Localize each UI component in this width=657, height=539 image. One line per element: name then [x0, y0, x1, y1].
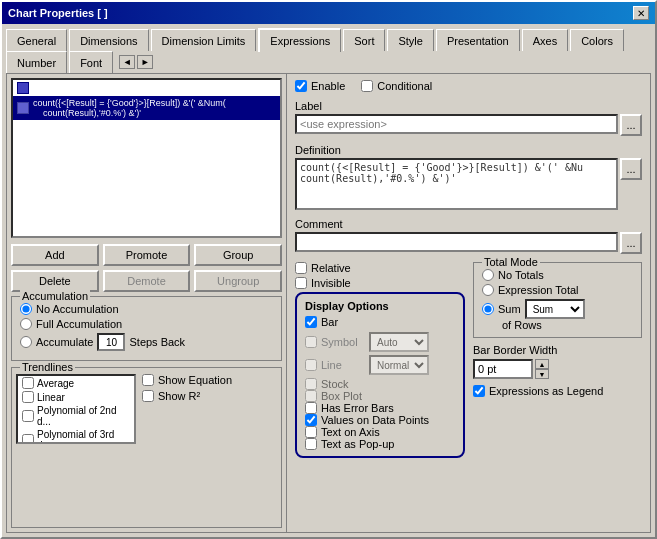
no-accumulation-radio[interactable]	[20, 303, 32, 315]
text-on-axis-check[interactable]	[305, 426, 317, 438]
values-on-data-points-row: Values on Data Points	[305, 414, 455, 426]
expressions-list[interactable]: count({<[Result] = {'Good'}>}[Result]) &…	[11, 78, 282, 238]
definition-expr-button[interactable]: ...	[620, 158, 642, 180]
enable-check[interactable]	[295, 80, 307, 92]
trendline-linear[interactable]: Linear	[18, 390, 134, 404]
show-r2-check[interactable]	[142, 390, 154, 402]
demote-button[interactable]: Demote	[103, 270, 191, 292]
bar-label: Bar	[321, 316, 338, 328]
bar-check[interactable]	[305, 316, 317, 328]
accumulate-row: Accumulate Steps Back	[20, 333, 273, 351]
sum-radio[interactable]	[482, 303, 494, 315]
no-accumulation-label: No Accumulation	[36, 303, 119, 315]
close-button[interactable]: ✕	[633, 6, 649, 20]
symbol-label: Symbol	[321, 336, 365, 348]
group-button[interactable]: Group	[194, 244, 282, 266]
sum-select[interactable]: Sum	[525, 299, 585, 319]
tab-colors[interactable]: Colors	[570, 29, 624, 51]
invisible-check[interactable]	[295, 277, 307, 289]
trendline-average-check[interactable]	[22, 377, 34, 389]
line-check[interactable]	[305, 359, 317, 371]
no-totals-label: No Totals	[498, 269, 544, 281]
trendline-poly3-check[interactable]	[22, 434, 34, 444]
steps-label: Steps Back	[129, 336, 185, 348]
enable-row: Enable	[295, 80, 345, 92]
line-label: Line	[321, 359, 365, 371]
expression-total-radio[interactable]	[482, 284, 494, 296]
tab-content: count({<[Result] = {'Good'}>}[Result]) &…	[6, 73, 651, 533]
show-equation-check[interactable]	[142, 374, 154, 386]
accumulate-radio[interactable]	[20, 336, 32, 348]
tab-prev-button[interactable]: ◄	[119, 55, 135, 69]
tab-number[interactable]: Number	[6, 51, 67, 73]
label-expr-button[interactable]: ...	[620, 114, 642, 136]
line-select[interactable]: Normal	[369, 355, 429, 375]
bar-border-section: Bar Border Width ▲ ▼	[473, 344, 642, 379]
line-row: Line Normal	[305, 355, 455, 375]
full-accumulation-row: Full Accumulation	[20, 318, 273, 330]
trendline-poly2-check[interactable]	[22, 410, 34, 422]
enable-label: Enable	[311, 80, 345, 92]
steps-input[interactable]	[97, 333, 125, 351]
conditional-check[interactable]	[361, 80, 373, 92]
tab-dimensions[interactable]: Dimensions	[69, 29, 148, 51]
list-item[interactable]	[13, 80, 280, 96]
tab-presentation[interactable]: Presentation	[436, 29, 520, 51]
comment-input[interactable]	[295, 232, 618, 252]
symbol-check[interactable]	[305, 336, 317, 348]
trendlines-section: Trendlines Average Linear Po	[11, 367, 282, 528]
tab-general[interactable]: General	[6, 29, 67, 51]
of-rows-text: of Rows	[502, 319, 633, 331]
tab-axes[interactable]: Axes	[522, 29, 568, 51]
show-equation-label: Show Equation	[158, 374, 232, 386]
spinner-down[interactable]: ▼	[535, 369, 549, 379]
trendline-linear-check[interactable]	[22, 391, 34, 403]
tab-expressions[interactable]: Expressions	[258, 28, 341, 52]
values-on-data-points-check[interactable]	[305, 414, 317, 426]
full-accumulation-label: Full Accumulation	[36, 318, 122, 330]
delete-button[interactable]: Delete	[11, 270, 99, 292]
promote-button[interactable]: Promote	[103, 244, 191, 266]
trendline-poly3[interactable]: Polynomial of 3rd d...	[18, 428, 134, 444]
tab-font[interactable]: Font	[69, 51, 113, 73]
full-accumulation-radio[interactable]	[20, 318, 32, 330]
add-button[interactable]: Add	[11, 244, 99, 266]
tab-style[interactable]: Style	[387, 29, 433, 51]
expressions-as-legend-check[interactable]	[473, 385, 485, 397]
title-bar: Chart Properties [ ] ✕	[2, 2, 655, 24]
symbol-select[interactable]: Auto	[369, 332, 429, 352]
show-r2-row: Show R²	[142, 390, 232, 402]
text-as-popup-check[interactable]	[305, 438, 317, 450]
label-input[interactable]	[295, 114, 618, 134]
tab-next-button[interactable]: ►	[137, 55, 153, 69]
trendlines-list[interactable]: Average Linear Polynomial of 2nd d...	[16, 374, 136, 444]
tab-sort[interactable]: Sort	[343, 29, 385, 51]
tab-dimension-limits[interactable]: Dimension Limits	[151, 29, 257, 51]
error-bars-check[interactable]	[305, 402, 317, 414]
text-on-axis-label: Text on Axis	[321, 426, 380, 438]
spinner-up[interactable]: ▲	[535, 359, 549, 369]
ungroup-button[interactable]: Ungroup	[194, 270, 282, 292]
tab-bar: General Dimensions Dimension Limits Expr…	[2, 24, 655, 73]
definition-input[interactable]: count({<[Result] = {'Good'}>}[Result]) &…	[295, 158, 618, 210]
right-panel: Enable Conditional Label ... Definition	[287, 74, 650, 532]
trendlines-buttons: Show Equation Show R²	[142, 374, 232, 444]
label-input-group: ...	[295, 114, 642, 136]
relative-check[interactable]	[295, 262, 307, 274]
trendline-average[interactable]: Average	[18, 376, 134, 390]
box-plot-check[interactable]	[305, 390, 317, 402]
bar-border-input[interactable]	[473, 359, 533, 379]
accumulation-label: Accumulation	[20, 290, 90, 302]
left-options: Relative Invisible Display Options Bar	[295, 262, 465, 526]
list-item-selected[interactable]: count({<[Result] = {'Good'}>}[Result]) &…	[13, 96, 280, 120]
right-options: Total Mode No Totals Expression Total Su…	[473, 262, 642, 526]
bottom-btn-row: Delete Demote Ungroup	[11, 270, 282, 292]
expression-text: count({<[Result] = {'Good'}>}[Result]) &…	[33, 98, 226, 118]
trendline-poly2[interactable]: Polynomial of 2nd d...	[18, 404, 134, 428]
text-on-axis-row: Text on Axis	[305, 426, 455, 438]
stock-check[interactable]	[305, 378, 317, 390]
expression-icon	[17, 102, 29, 114]
no-totals-radio[interactable]	[482, 269, 494, 281]
comment-expr-button[interactable]: ...	[620, 232, 642, 254]
conditional-row: Conditional	[361, 80, 432, 92]
